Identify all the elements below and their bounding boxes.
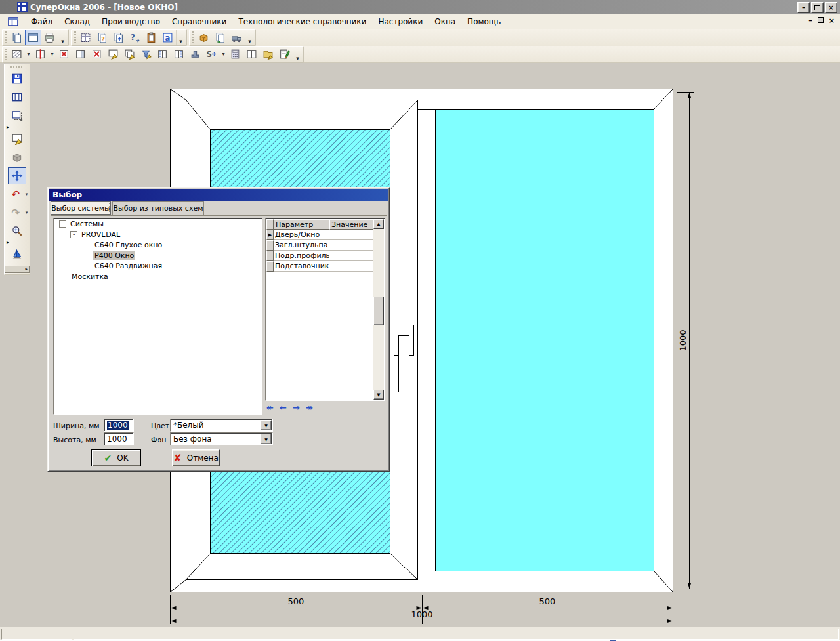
grid-scrollbar[interactable]: ▲ ▼ — [373, 219, 384, 400]
menu-production[interactable]: Производство — [96, 16, 166, 28]
transfer-documents-button[interactable] — [212, 30, 228, 45]
ok-button[interactable]: ✔ OK — [91, 449, 141, 466]
clipboard-button[interactable] — [143, 30, 159, 45]
toolbar-overflow-chevron[interactable]: ▾ — [293, 47, 302, 62]
add-divider-dropdown[interactable]: ▾ — [49, 47, 56, 62]
glazing-grid-button[interactable] — [243, 47, 260, 62]
combo-arrow-icon[interactable]: ▼ — [261, 434, 272, 444]
tab-system-selection[interactable]: Выбор системы — [51, 201, 111, 215]
split-right-button[interactable] — [171, 47, 187, 62]
grid-row-sill-profile[interactable]: Подставочник — [266, 261, 373, 272]
mdi-minimize-button[interactable]: – — [808, 16, 812, 25]
add-divider-button[interactable] — [32, 47, 49, 62]
tree-item-c640-fixed[interactable]: C640 Глухое окно — [54, 239, 262, 250]
mdi-restore-button[interactable] — [818, 16, 824, 25]
dialog-title-bar[interactable]: Выбор — [49, 189, 388, 201]
systems-tree[interactable]: - Системы - PROVEDAL C640 Глухое окно P4… — [53, 218, 262, 415]
nav-last-button[interactable]: ↠ — [306, 403, 313, 412]
select-element-button[interactable] — [105, 47, 121, 62]
tree-collapse-icon[interactable]: - — [59, 220, 66, 228]
grid-row-shtulp-cap[interactable]: Загл.штульпа — [266, 240, 373, 251]
nav-prev-button[interactable]: ← — [280, 403, 287, 412]
toolbar-gripper[interactable] — [5, 31, 7, 43]
height-input[interactable]: 1000 — [104, 432, 134, 445]
document-question-button[interactable]: ? — [94, 30, 110, 45]
width-input[interactable]: 1000 — [104, 419, 134, 432]
minimize-button[interactable]: – — [797, 2, 810, 13]
tree-collapse-icon[interactable]: - — [70, 231, 77, 238]
print-button[interactable] — [41, 30, 58, 45]
toolbar-construction: ▾ ▾ S ▾ ▾ — [0, 46, 840, 63]
grid-row-sub-profile[interactable]: Подр.профиль — [266, 251, 373, 261]
split-left-icon — [157, 49, 168, 60]
tree-item-mosquito[interactable]: Москитка — [54, 271, 262, 281]
delete-divider-button[interactable] — [56, 47, 72, 62]
construction-grid-button[interactable] — [77, 30, 94, 45]
calculator-icon — [230, 49, 241, 60]
help-question-button[interactable]: ? — [127, 30, 143, 45]
scroll-up-button[interactable]: ▲ — [373, 219, 384, 229]
menu-file[interactable]: Файл — [25, 16, 58, 28]
svg-text:?: ? — [101, 35, 105, 43]
scrollbar-thumb[interactable] — [373, 297, 384, 325]
toolbar-overflow-chevron[interactable]: ▾ — [58, 30, 67, 45]
menu-stock[interactable]: Склад — [58, 16, 96, 28]
restore-button[interactable] — [811, 2, 824, 13]
frame-type-button[interactable] — [9, 47, 25, 62]
height-label: Высота, мм — [53, 436, 96, 444]
status-panel-main — [74, 629, 839, 640]
combo-arrow-icon[interactable]: ▼ — [261, 420, 272, 430]
close-button[interactable]: × — [825, 2, 837, 13]
sash-panel-button[interactable] — [72, 47, 89, 62]
toolbar-overflow-chevron[interactable]: ▾ — [176, 30, 185, 45]
new-window-button[interactable] — [25, 30, 41, 45]
grid-row-door-window[interactable]: ▶ Дверь/Окно — [266, 230, 373, 240]
toolbar-gripper[interactable] — [74, 31, 76, 43]
vertical-divider-icon — [35, 49, 46, 60]
toolbar-overflow-chevron[interactable]: ▾ — [245, 30, 254, 45]
menu-settings[interactable]: Настройки — [372, 16, 429, 28]
shtulp-button[interactable]: S — [203, 47, 220, 62]
tree-item-systems[interactable]: - Системы — [54, 218, 262, 229]
menu-bar: Файл Склад Производство Справочники Техн… — [0, 14, 840, 30]
cancel-button[interactable]: ✘ Отмена — [172, 449, 220, 466]
tree-item-c640-sliding[interactable]: C640 Раздвижная — [54, 260, 262, 271]
record-navigator: ↞ ← → ↠ — [266, 402, 382, 413]
package-button[interactable] — [196, 30, 212, 45]
tab-typical-schemes[interactable]: Выбор из типовых схем — [112, 201, 204, 215]
split-left-button[interactable] — [154, 47, 171, 62]
document-send-button[interactable] — [110, 30, 127, 45]
delete-sash-button[interactable] — [89, 47, 105, 62]
edit-element-button[interactable] — [121, 47, 138, 62]
copy-button[interactable] — [9, 30, 25, 45]
menu-windows[interactable]: Окна — [429, 16, 461, 28]
filter-pick-button[interactable] — [138, 47, 154, 62]
connector-button[interactable] — [187, 47, 203, 62]
grid-four-icon — [246, 49, 257, 60]
nav-first-button[interactable]: ↞ — [266, 403, 274, 412]
delivery-button[interactable] — [228, 30, 245, 45]
scroll-down-button[interactable]: ▼ — [373, 390, 384, 400]
right-glass[interactable] — [436, 110, 654, 571]
background-combobox[interactable]: Без фона ▼ — [170, 432, 273, 445]
frame-type-dropdown[interactable]: ▾ — [25, 47, 32, 62]
tee-profile-icon — [190, 49, 201, 60]
truck-icon — [231, 32, 242, 43]
edit-properties-button[interactable] — [276, 47, 293, 62]
tree-item-p400-window[interactable]: P400 Окно — [54, 250, 262, 260]
mdi-close-button[interactable]: × — [829, 16, 835, 25]
calculate-button[interactable] — [227, 47, 243, 62]
text-style-button[interactable]: a — [159, 30, 176, 45]
menu-tech-references[interactable]: Технологические справочники — [232, 16, 372, 28]
shtulp-dropdown[interactable]: ▾ — [220, 47, 227, 62]
width-label: Ширина, мм — [53, 422, 100, 430]
toolbar-gripper[interactable] — [192, 31, 194, 43]
svg-text:S: S — [207, 50, 212, 59]
menu-help[interactable]: Помощь — [461, 16, 507, 28]
nav-next-button[interactable]: → — [293, 403, 300, 412]
toolbar-gripper[interactable] — [5, 49, 7, 60]
color-combobox[interactable]: *Белый ▼ — [170, 419, 273, 432]
tree-item-provedal[interactable]: - PROVEDAL — [54, 229, 262, 239]
open-scheme-button[interactable] — [260, 47, 276, 62]
menu-references[interactable]: Справочники — [166, 16, 232, 28]
